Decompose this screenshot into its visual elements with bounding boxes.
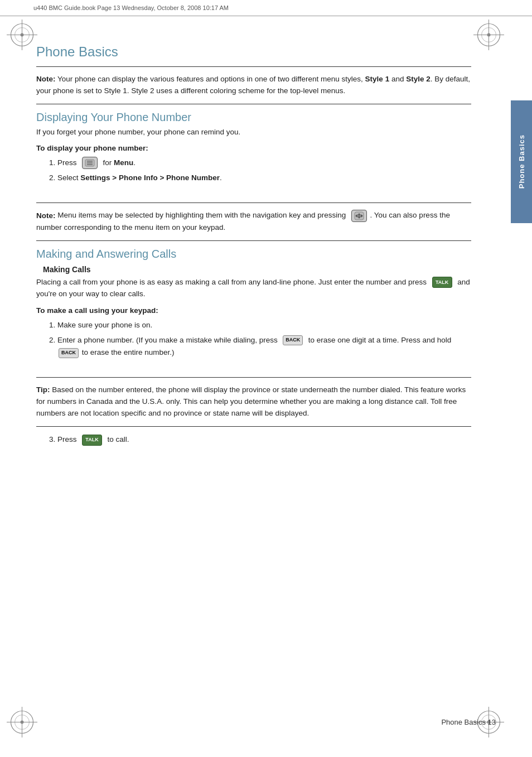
talk-key-icon-2: TALK (82, 435, 102, 446)
corner-decor-top-left (7, 20, 37, 50)
note1-label: Note: (36, 75, 56, 83)
footer-text: Phone Basics 13 (441, 718, 496, 726)
section2-step3-list: Press TALK to call. (57, 433, 471, 446)
section2-intro: Placing a call from your phone is as eas… (36, 276, 471, 300)
note-block-2: Note: Menu items may be selected by high… (36, 210, 471, 234)
tip-text: Based on the number entered, the phone w… (36, 385, 466, 417)
section2-step2: Enter a phone number. (If you make a mis… (57, 334, 471, 360)
main-content: Phone Basics Note: Your phone can displa… (0, 16, 507, 471)
divider-5 (36, 377, 471, 378)
back-key-icon-2: BACK (59, 348, 79, 358)
side-tab-label: Phone Basics (518, 134, 526, 189)
svg-point-9 (487, 33, 491, 37)
section2-instr: To make a call using your keypad: (36, 305, 471, 317)
side-tab: Phone Basics (511, 100, 532, 223)
page-header: u440 BMC Guide.book Page 13 Wednesday, O… (0, 0, 532, 16)
corner-decor-top-right (473, 20, 504, 50)
section2-heading: Making and Answering Calls (36, 248, 471, 261)
tip-label: Tip: (36, 385, 50, 394)
section1-steps: Press for Menu. Select Settings > Phone … (57, 157, 471, 185)
section1-instr: To display your phone number: (36, 142, 471, 155)
section2-steps: Make sure your phone is on. Enter a phon… (57, 319, 471, 360)
menu-key-icon (82, 157, 98, 169)
svg-point-29 (358, 215, 360, 217)
divider-1 (36, 66, 471, 67)
nav-key-icon (351, 210, 367, 222)
divider-4 (36, 240, 471, 241)
note2-text: Menu items may be selected by highlighti… (36, 211, 450, 231)
note2-label: Note: (36, 211, 56, 219)
section2-step3: Press TALK to call. (57, 433, 471, 446)
section1-step2: Select Settings > Phone Info > Phone Num… (57, 172, 471, 185)
divider-3 (36, 202, 471, 203)
section2-step1: Make sure your phone is on. (57, 319, 471, 332)
note1-text: Your phone can display the various featu… (36, 75, 470, 95)
tip-block: Tip: Based on the number entered, the ph… (36, 384, 471, 420)
section1-step1: Press for Menu. (57, 157, 471, 170)
header-text: u440 BMC Guide.book Page 13 Wednesday, O… (33, 4, 229, 11)
section2-subheading: Making Calls (36, 265, 471, 274)
divider-6 (36, 426, 471, 427)
svg-point-4 (21, 33, 24, 37)
page-footer: Phone Basics 13 (0, 718, 532, 726)
divider-2 (36, 104, 471, 104)
section1-heading: Displaying Your Phone Number (36, 111, 471, 124)
talk-key-icon-1: TALK (432, 277, 452, 288)
back-key-icon-1: BACK (283, 335, 303, 345)
page-title: Phone Basics (36, 44, 471, 60)
note-block-1: Note: Your phone can display the various… (36, 74, 471, 97)
section1-intro: If you forget your phone number, your ph… (36, 126, 471, 138)
